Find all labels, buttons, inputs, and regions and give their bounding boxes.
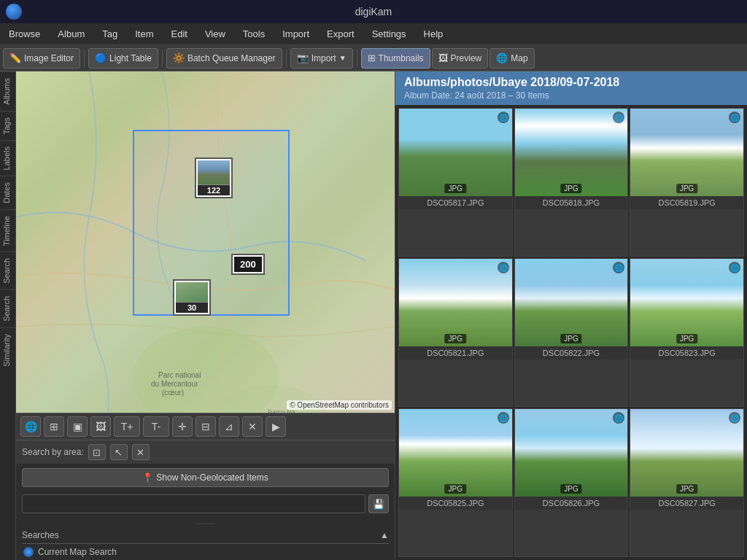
- photo-filename-5: DSC05823.JPG: [630, 346, 743, 359]
- photo-filename-2: DSC05819.JPG: [630, 196, 743, 209]
- photo-thumb-8: 🌐 JPG: [630, 409, 743, 497]
- photo-thumb-1: 🌐 JPG: [515, 109, 628, 196]
- thumbnails-button[interactable]: ⊞ Thumbnails: [361, 48, 430, 69]
- photo-thumb-7: 🌐 JPG: [515, 409, 628, 497]
- svg-text:(cœur): (cœur): [162, 389, 184, 397]
- photo-cell-5[interactable]: 🌐 JPG DSC05823.JPG: [630, 258, 744, 407]
- search-area-bar: Search by area: ⊡ ↖ ✕: [16, 440, 395, 464]
- sidebar-tab-albums[interactable]: Albums: [0, 71, 15, 111]
- show-non-geolocated-button[interactable]: 📍 Show Non-Geolocated Items: [22, 468, 389, 487]
- select-tool-btn[interactable]: ▣: [67, 416, 88, 437]
- map-container[interactable]: Parc national du Mercantour (cœur) Parco…: [16, 71, 395, 413]
- globe-indicator-6: 🌐: [498, 412, 509, 424]
- photo-thumb-0: 🌐 JPG: [399, 109, 512, 196]
- photo-cell-2[interactable]: 🌐 JPG DSC05819.JPG: [630, 108, 744, 257]
- titlebar: digiKam: [0, 0, 747, 23]
- map-marker-122[interactable]: 122: [195, 158, 233, 198]
- photo-filename-3: DSC05821.JPG: [399, 346, 512, 359]
- globe-indicator-1: 🌐: [613, 112, 624, 123]
- menu-import[interactable]: Import: [279, 27, 312, 41]
- photo-thumb-2: 🌐 JPG: [630, 109, 743, 196]
- photo-cell-8[interactable]: 🌐 JPG DSC05827.JPG: [630, 408, 744, 557]
- globe-indicator-0: 🌐: [498, 112, 509, 123]
- sidebar-tab-dates[interactable]: Dates: [0, 176, 15, 209]
- menu-item[interactable]: Item: [132, 27, 156, 41]
- grid-tool-btn[interactable]: ⊞: [44, 416, 64, 437]
- photo-filename-8: DSC05827.JPG: [630, 497, 743, 510]
- photo-thumb-4: 🌐 JPG: [515, 259, 628, 346]
- album-meta: Album Date: 24 août 2018 – 30 Items: [404, 90, 738, 101]
- menu-help[interactable]: Help: [421, 27, 446, 41]
- photo-cell-4[interactable]: 🌐 JPG DSC05822.JPG: [514, 258, 629, 407]
- zoom-in-text-btn[interactable]: T+: [114, 416, 140, 437]
- menu-settings[interactable]: Settings: [369, 27, 409, 41]
- sidebar-tab-tags[interactable]: Tags: [0, 111, 15, 140]
- menu-browse[interactable]: Browse: [6, 27, 43, 41]
- sidebar-tab-timeline[interactable]: Timeline: [0, 209, 15, 252]
- preview-button[interactable]: 🖼 Preview: [432, 48, 489, 69]
- image-editor-button[interactable]: ✏️ Image Editor: [3, 48, 80, 69]
- app-icon: [6, 4, 22, 20]
- map-marker-200[interactable]: 200: [231, 254, 265, 275]
- map-button[interactable]: 🌐 Map: [489, 48, 534, 69]
- searches-header[interactable]: Searches ▲: [22, 527, 389, 544]
- photo-grid: 🌐 JPG DSC05817.JPG 🌐 JPG DSC05818.JPG 🌐 …: [395, 105, 747, 560]
- current-map-search-item[interactable]: Current Map Search: [22, 544, 389, 560]
- globe-tool-btn[interactable]: 🌐: [20, 416, 41, 437]
- photo-panel: Albums/photos/Ubaye 2018/09-07-2018 Albu…: [395, 71, 747, 560]
- batch-queue-button[interactable]: 🔆 Batch Queue Manager: [166, 48, 282, 69]
- current-map-search-label: Current Map Search: [38, 547, 117, 557]
- menu-export[interactable]: Export: [324, 27, 357, 41]
- dropdown-arrow-icon: ▼: [339, 54, 347, 62]
- menu-view[interactable]: View: [202, 27, 228, 41]
- marker-count: 30: [176, 303, 208, 313]
- sidebar-tab-search[interactable]: Search: [0, 252, 15, 289]
- photo-filename-1: DSC05818.JPG: [515, 196, 628, 209]
- menu-tag[interactable]: Tag: [99, 27, 120, 41]
- photo-filename-7: DSC05826.JPG: [515, 497, 628, 510]
- svg-text:Parc national: Parc national: [158, 371, 201, 379]
- fit-map-btn[interactable]: ⊟: [196, 416, 216, 437]
- import-button[interactable]: 📷 Import ▼: [290, 48, 353, 69]
- draw-area-button[interactable]: ⊡: [88, 444, 106, 460]
- image-tool-btn[interactable]: 🖼: [90, 416, 111, 437]
- jpg-badge-2: JPG: [676, 184, 697, 193]
- search-area-label: Search by area:: [22, 447, 84, 457]
- save-search-button[interactable]: 💾: [368, 494, 389, 513]
- center-map-btn[interactable]: ✛: [172, 416, 193, 437]
- photo-filename-4: DSC05822.JPG: [515, 346, 628, 359]
- toolbar-separator-2: [162, 50, 163, 67]
- marker-count: 122: [198, 185, 230, 195]
- photo-cell-6[interactable]: 🌐 JPG DSC05825.JPG: [398, 408, 513, 557]
- light-table-button[interactable]: 🔵 Light Table: [88, 48, 158, 69]
- pencil-icon: ✏️: [9, 52, 21, 63]
- jpg-badge-1: JPG: [560, 184, 581, 193]
- photo-cell-7[interactable]: 🌐 JPG DSC05826.JPG: [514, 408, 629, 557]
- search-input[interactable]: [22, 494, 365, 513]
- searches-collapse-icon: ▲: [380, 530, 389, 540]
- photo-cell-1[interactable]: 🌐 JPG DSC05818.JPG: [514, 108, 629, 257]
- menu-edit[interactable]: Edit: [168, 27, 190, 41]
- zoom-out-text-btn[interactable]: T-: [143, 416, 169, 437]
- photo-cell-0[interactable]: 🌐 JPG DSC05817.JPG: [398, 108, 513, 257]
- photo-filename-0: DSC05817.JPG: [399, 196, 512, 209]
- from-map-button[interactable]: ↖: [110, 444, 128, 460]
- photo-thumb-5: 🌐 JPG: [630, 259, 743, 346]
- sidebar-tab-similarity[interactable]: Similarity: [0, 327, 15, 373]
- jpg-badge-3: JPG: [445, 334, 466, 343]
- clear-tool-btn[interactable]: ✕: [242, 416, 263, 437]
- jpg-badge-6: JPG: [445, 484, 466, 494]
- filter-tool-btn[interactable]: ⊿: [219, 416, 239, 437]
- sidebar-tab-search2[interactable]: Search: [0, 289, 15, 327]
- play-tool-btn[interactable]: ▶: [266, 416, 286, 437]
- globe-indicator-7: 🌐: [613, 412, 624, 424]
- photo-cell-3[interactable]: 🌐 JPG DSC05821.JPG: [398, 258, 513, 407]
- toolbar-separator-4: [357, 50, 357, 67]
- globe-indicator-8: 🌐: [729, 412, 740, 424]
- sidebar-tab-labels[interactable]: Labels: [0, 140, 15, 176]
- clear-area-button[interactable]: ✕: [132, 444, 150, 460]
- menu-album[interactable]: Album: [55, 27, 88, 41]
- left-sidebar: Albums Tags Labels Dates Timeline Search…: [0, 71, 16, 560]
- map-marker-30[interactable]: 30: [173, 279, 211, 316]
- menu-tools[interactable]: Tools: [240, 27, 268, 41]
